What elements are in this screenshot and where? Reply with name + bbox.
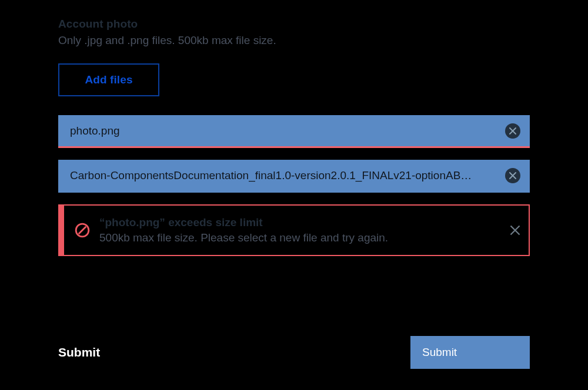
remove-file-button[interactable] [505, 168, 520, 183]
error-subtitle: 500kb max file size. Please select a new… [99, 230, 502, 246]
error-notification: “photo.png” exceeds size limit 500kb max… [58, 204, 530, 256]
file-uploader-page: Account photo Only .jpg and .png files. … [0, 0, 588, 390]
error-icon [75, 223, 90, 238]
uploader-title: Account photo [58, 18, 530, 31]
dismiss-notification-button[interactable] [509, 224, 522, 237]
submit-button[interactable]: Submit [410, 336, 530, 369]
uploader-hint: Only .jpg and .png files. 500kb max file… [58, 34, 530, 47]
remove-file-button[interactable] [505, 123, 520, 139]
submit-label: Submit [58, 345, 100, 359]
error-stripe [59, 206, 64, 255]
file-row: Carbon-ComponentsDocumentation_final1.0-… [58, 160, 530, 193]
footer: Submit Submit [0, 336, 588, 369]
file-row: photo.png [58, 115, 530, 148]
close-icon [510, 225, 520, 236]
error-message: “photo.png” exceeds size limit 500kb max… [99, 215, 509, 245]
svg-line-1 [79, 227, 86, 234]
file-name: Carbon-ComponentsDocumentation_final1.0-… [70, 169, 505, 182]
file-list: photo.png Carbon-ComponentsDocumentation… [58, 115, 530, 256]
close-icon [509, 172, 516, 179]
error-title: “photo.png” exceeds size limit [99, 215, 502, 230]
close-icon [509, 127, 516, 135]
file-name: photo.png [70, 125, 505, 137]
add-files-button[interactable]: Add files [58, 63, 159, 96]
